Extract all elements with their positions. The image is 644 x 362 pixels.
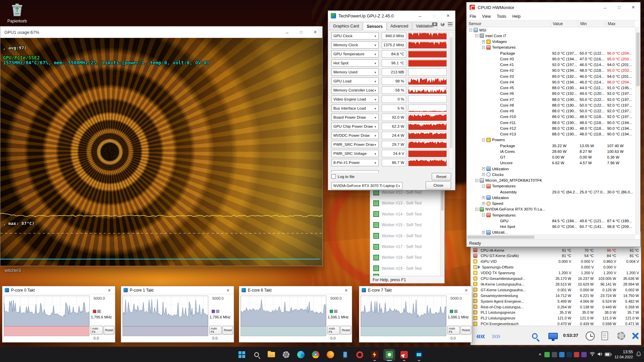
sensor-tree-row[interactable]: Core #389.0 °C (192...46.0 °C (114...94.… (467, 73, 635, 79)
close-icon[interactable]: × (461, 287, 472, 293)
menu-help[interactable]: Help (509, 13, 524, 20)
hwmonitor-titlebar[interactable]: CPUID HWMonitor (467, 2, 640, 12)
close-icon[interactable]: × (340, 287, 352, 293)
hwinfo-sensor-row[interactable]: System Agent Energieve...5.499 W4.066 W6… (471, 298, 641, 304)
log-to-file-checkbox[interactable]: Log to file (331, 174, 355, 179)
close-icon[interactable] (308, 26, 322, 38)
gpuz-tab-sensors[interactable]: Sensors (363, 22, 386, 30)
sensor-tree-row[interactable]: +Voltages (467, 39, 635, 45)
reset-button[interactable]: Reset (222, 326, 233, 335)
taskbar-clock[interactable]: 13:55 12.04.2022 (614, 350, 633, 360)
worker-row[interactable]: Worker #19 - Self-Test (370, 265, 444, 272)
sensor-tree-row[interactable]: Core #1288.0 °C (190...48.0 °C (118...90… (467, 125, 635, 131)
firefox-icon[interactable] (325, 349, 336, 360)
gpuz-sensor-select[interactable]: 8-Pin #1 Power (331, 159, 379, 166)
minimize-icon[interactable] (413, 11, 427, 21)
gpuz-sensor-select[interactable]: PWR_SRC Power Draw (331, 141, 379, 148)
sensor-tree-row[interactable]: Assembly29.0 °C (84.2...25.0 °C (77.0...… (467, 189, 635, 195)
menu-file[interactable]: File (467, 13, 479, 20)
auto-fit-button[interactable]: Auto Fit (447, 326, 460, 335)
gpuz-sensor-select[interactable]: Bus Interface Load (331, 105, 379, 112)
tree-expander-icon[interactable]: − (475, 208, 478, 211)
gpuz-sensor-select[interactable]: GPU Load (331, 77, 379, 85)
hwinfo-sensor-row[interactable]: Spannungs-Offsets0.000 V0.000 V (471, 264, 641, 270)
worker-row[interactable]: Worker #15 - Self-Test (370, 221, 444, 229)
close-icon[interactable]: × (104, 287, 115, 293)
sensor-tree-row[interactable]: Core #988.0 °C (190...50.0 °C (122...92.… (467, 108, 635, 114)
gpuz-titlebar[interactable]: TechPowerUp GPU-Z 2.45.0 (328, 11, 455, 21)
hwinfo-sensor-row[interactable]: PL1 Leistungsgrenze35.3 W35.0 W38.0 W35.… (471, 310, 641, 315)
gpuz-scrollbar[interactable] (449, 32, 453, 168)
sensor-tree-row[interactable]: Core #1388.0 °C (190...48.0 °C (118...90… (467, 131, 635, 137)
minimize-icon[interactable] (598, 2, 612, 12)
column-sensor[interactable]: Sensor (467, 20, 550, 27)
checkbox-icon[interactable] (331, 174, 336, 179)
close-icon[interactable] (441, 11, 455, 21)
system-indicators[interactable] (590, 352, 611, 358)
start-icon[interactable] (236, 349, 247, 360)
notification-bell-icon[interactable] (636, 351, 641, 358)
sensor-tree-row[interactable]: Core #290.0 °C (194...48.0 °C (118...95.… (467, 68, 635, 73)
hwinfo-sensor-row[interactable]: CPU-Gesamtleistungsauf...35.170 W16.237 … (471, 276, 641, 282)
tree-expander-icon[interactable]: + (482, 196, 485, 199)
gpuz-tab-graphics-card[interactable]: Graphics Card (329, 22, 363, 30)
gpuz-sensor-select[interactable]: MVDDC Power Draw (331, 132, 379, 139)
tray-overflow-icon[interactable]: ^ (539, 352, 541, 357)
settings-icon[interactable] (280, 349, 291, 360)
gpuz-sensor-select[interactable]: Hot Spot (331, 59, 379, 67)
opera-icon[interactable] (354, 349, 365, 360)
sensor-tree-row[interactable]: +Utilizati... (467, 230, 635, 235)
graph-titlebar[interactable]: P-core 0 Takt× (2, 286, 115, 294)
recycle-bin[interactable]: Papierkorb (4, 3, 30, 23)
sensor-tree-row[interactable]: Core #490.0 °C (194...46.0 °C (114...96.… (467, 79, 635, 85)
sensor-tree-row[interactable]: Package35.22 W13.05 W107.40 W (467, 143, 635, 148)
sensor-tree-row[interactable]: GPU84.5 °C (184...49.6 °C (121...87.4 °C… (467, 218, 635, 224)
column-min[interactable]: Min (578, 20, 605, 27)
refresh-icon[interactable] (441, 22, 444, 26)
graph-titlebar[interactable]: P-core 1 Takt× (121, 286, 234, 294)
worker-row[interactable]: Worker #14 - Self-Test (370, 210, 444, 218)
auto-fit-button[interactable]: Auto Fit (209, 326, 222, 335)
hwmonitor-vscrollbar[interactable] (635, 27, 640, 235)
sensor-tree-row[interactable]: −Intel Core i7 (467, 33, 635, 39)
sensor-tree-row[interactable]: Core #788.0 °C (190...50.0 °C (122...92.… (467, 97, 635, 102)
hwinfo-sensor-row[interactable]: iGPU VID0.000 V0.000 V0.860 V0.004 V (471, 259, 641, 264)
menu-view[interactable]: View (479, 13, 494, 20)
game-shortcut-label[interactable]: witcher3 (5, 268, 21, 273)
sensor-tree-row[interactable]: IA Cores28.60 W8.27 W100.63 W (467, 148, 635, 154)
sensor-tree-row[interactable]: +Utilization (467, 195, 635, 200)
graph-titlebar[interactable]: E-core 7 Takt× (359, 286, 472, 294)
tree-expander-icon[interactable]: + (482, 167, 485, 170)
tray-app-5-icon[interactable] (574, 352, 579, 357)
sensor-tree-row[interactable]: −Temperatures (467, 45, 635, 50)
gpu-z-icon[interactable] (369, 349, 380, 360)
sensor-tree-row[interactable]: +Clocks (467, 172, 635, 177)
sensor-tree-row[interactable]: Core #888.0 °C (190...50.0 °C (122...92.… (467, 102, 635, 108)
sensor-tree-row[interactable]: Core #588.0 °C (190...44.0 °C (111...91.… (467, 85, 635, 91)
reset-button[interactable]: Reset (104, 326, 114, 335)
reset-button[interactable]: Reset (340, 326, 351, 335)
settings-gear-icon[interactable] (614, 329, 628, 343)
worker-row[interactable]: Worker #17 - Self-Test (370, 243, 444, 250)
gpuz-sensor-select[interactable]: Memory Controller Load (331, 86, 379, 94)
auto-fit-button[interactable]: Auto Fit (91, 326, 103, 335)
hwinfo-sensor-row[interactable]: Rest-of-Chip-Leistungsa...0.264 W0.138 W… (471, 304, 641, 310)
close-button[interactable]: Close (426, 181, 451, 189)
tree-expander-icon[interactable]: − (482, 46, 485, 49)
tree-expander-icon[interactable]: + (482, 202, 485, 205)
worker-row[interactable]: Worker #18 - Self-Test (370, 254, 444, 261)
gpuz-tab-advanced[interactable]: Advanced (387, 22, 412, 30)
search-icon[interactable] (251, 349, 262, 360)
device-select[interactable]: NVIDIA GeForce RTX 3070 Ti Laptop G (331, 182, 402, 189)
tree-expander-icon[interactable]: − (469, 28, 472, 32)
phone-link-icon[interactable] (339, 349, 351, 360)
gpuz-sensor-select[interactable]: Board Power Draw (331, 114, 379, 121)
hwmonitor-hscrollbar[interactable] (467, 235, 635, 239)
hwinfo-sensor-row[interactable]: CPU-IA-Kerne91 °C70 °C96 °C91 °C (471, 247, 641, 253)
worker-row[interactable]: Worker #16 - Self-Test (370, 232, 444, 240)
sensor-tree-row[interactable]: −Micron_2450_MTFDKBA1T0TFK (467, 178, 635, 183)
minimize-icon[interactable] (280, 26, 294, 38)
sensor-tree-row[interactable]: Core #090.0 °C (194...47.0 °C (116...95.… (467, 56, 635, 62)
sensor-tree-row[interactable]: Hot Spot96.0 °C (204...60.7 °C (141...98… (467, 224, 635, 230)
tree-expander-icon[interactable]: − (475, 34, 478, 37)
